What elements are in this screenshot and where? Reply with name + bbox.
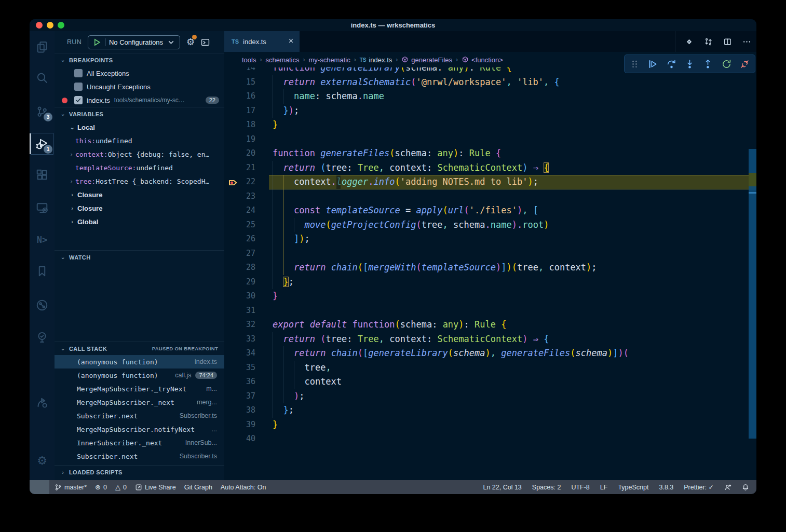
configure-gear-button[interactable]: ⚙ <box>186 36 195 48</box>
activity-extensions[interactable] <box>30 162 55 187</box>
status-errors[interactable]: ⊗0 <box>95 483 107 491</box>
code-line-28[interactable]: 28 return chain([mergeWith(templateSourc… <box>224 261 756 275</box>
breadcrumb-item[interactable]: my-schematic <box>309 56 350 64</box>
code-line-29[interactable]: 29 }; <box>224 275 756 290</box>
stack-frame-row[interactable]: Subscriber.nextSubscriber.ts <box>55 449 224 463</box>
close-tab-icon[interactable] <box>288 37 294 46</box>
breakpoint-row[interactable]: All Exceptions <box>55 66 224 80</box>
code-line-34[interactable]: 34 return chain([generateLibrary(schema)… <box>224 346 756 361</box>
call-stack-header[interactable]: ⌄ CALL STACK PAUSED ON BREAKPOINT <box>55 342 224 355</box>
minimize-window-button[interactable] <box>47 22 53 29</box>
restart-icon[interactable] <box>722 59 731 69</box>
activity-run-and-debug[interactable]: 1 <box>30 131 55 156</box>
status-encoding[interactable]: UTF-8 <box>571 484 589 491</box>
status-eol[interactable]: LF <box>600 484 608 491</box>
activity-live-share[interactable] <box>30 390 55 415</box>
variable-row[interactable]: templateSource: undefined <box>55 161 224 174</box>
status-prettier[interactable]: Prettier: ✓ <box>684 483 714 491</box>
activity-manage[interactable]: ⚙ <box>30 448 55 473</box>
sync-icon[interactable] <box>704 37 713 46</box>
variable-scope[interactable]: ⌄Local <box>55 120 224 134</box>
breakpoint-checkbox[interactable] <box>74 69 83 77</box>
code-line-38[interactable]: 38 }; <box>224 403 756 418</box>
code-line-20[interactable]: 20function generateFiles(schema: any): R… <box>224 146 756 161</box>
stack-frame-row[interactable]: Subscriber.nextSubscriber.ts <box>55 409 224 422</box>
status-git-branch[interactable]: master* <box>55 484 87 491</box>
code-line-31[interactable]: 31 <box>224 304 756 318</box>
overview-ruler[interactable] <box>749 67 756 480</box>
breakpoint-checkbox[interactable] <box>74 96 83 104</box>
status-language-mode[interactable]: TypeScript <box>618 484 648 491</box>
continue-icon[interactable] <box>648 59 658 69</box>
variable-row[interactable]: ›tree: HostTree {_backend: ScopedH… <box>55 174 224 188</box>
code-line-19[interactable]: 19 <box>224 132 756 147</box>
code-line-39[interactable]: 39} <box>224 418 756 432</box>
breadcrumb-item[interactable]: <function> <box>462 56 503 64</box>
code-editor[interactable]: 14function generateLibrary(schema: any):… <box>224 67 756 480</box>
status-warnings[interactable]: △0 <box>115 483 127 491</box>
split-icon[interactable] <box>723 37 732 46</box>
status-feedback[interactable] <box>724 484 731 491</box>
code-line-30[interactable]: 30} <box>224 289 756 304</box>
status-cursor-position[interactable]: Ln 22, Col 13 <box>483 484 521 491</box>
activity-nx-console[interactable]: N> <box>30 227 55 252</box>
code-line-33[interactable]: 33 return (tree: Tree, context: Schemati… <box>224 332 756 347</box>
breakpoint-row[interactable]: Uncaught Exceptions <box>55 80 224 93</box>
debug-console-button[interactable] <box>201 38 210 47</box>
watch-header[interactable]: ⌄ WATCH <box>55 251 224 264</box>
variable-scope[interactable]: ›Closure <box>55 201 224 215</box>
code-line-24[interactable]: 24 const templateSource = apply(url('./f… <box>224 203 756 218</box>
code-line-16[interactable]: 16 name: schema.name <box>224 89 756 104</box>
code-line-21[interactable]: 21 return (tree: Tree, context: Schemati… <box>224 161 756 175</box>
activity-source-control[interactable]: 3 <box>30 99 55 124</box>
code-line-37[interactable]: 37 ); <box>224 389 756 404</box>
activity-explorer[interactable] <box>30 34 55 59</box>
breakpoints-header[interactable]: ⌄ BREAKPOINTS <box>55 53 224 66</box>
code-line-15[interactable]: 15 return externalSchematic('@nrwl/works… <box>224 75 756 90</box>
breakpoint-checkbox[interactable] <box>74 83 83 91</box>
activity-bookmarks[interactable] <box>30 259 55 284</box>
code-line-17[interactable]: 17 }); <box>224 104 756 118</box>
breakpoint-row[interactable]: index.tstools/schematics/my-sch...22 <box>55 93 224 107</box>
variable-scope[interactable]: ›Closure <box>55 188 224 201</box>
status-git-graph[interactable]: Git Graph <box>184 484 212 491</box>
breadcrumb-item[interactable]: generateFiles <box>401 56 452 64</box>
status-remote-indicator[interactable] <box>30 480 49 494</box>
start-debug-icon[interactable] <box>92 38 101 47</box>
tab-index-ts[interactable]: TS index.ts <box>224 31 300 52</box>
variable-scope[interactable]: ›Global <box>55 215 224 228</box>
code-line-25[interactable]: 25 move(getProjectConfig(tree, schema.na… <box>224 218 756 233</box>
stack-frame-row[interactable]: (anonymous function)index.ts <box>55 355 224 369</box>
code-line-23[interactable]: 23 <box>224 189 756 204</box>
code-line-36[interactable]: 36 context <box>224 375 756 389</box>
stack-frame-row[interactable]: (anonymous function)call.js74:24 <box>55 369 224 382</box>
status-ts-version[interactable]: 3.8.3 <box>659 484 673 491</box>
code-line-22[interactable]: 22 context.logger.info('adding NOTES.md … <box>224 175 756 189</box>
breadcrumb-item[interactable]: schematics <box>265 56 299 64</box>
code-line-18[interactable]: 18} <box>224 118 756 132</box>
code-line-32[interactable]: 32export default function(schema: any): … <box>224 318 756 332</box>
step-over-icon[interactable] <box>667 59 676 69</box>
status-notifications[interactable] <box>742 484 749 491</box>
breadcrumb-item[interactable]: tools <box>242 56 256 64</box>
activity-search[interactable] <box>30 65 55 90</box>
stack-frame-row[interactable]: MergeMapSubscriber._nextmerg... <box>55 395 224 409</box>
stack-frame-row[interactable]: MergeMapSubscriber._tryNextm... <box>55 382 224 395</box>
step-into-icon[interactable] <box>685 59 695 69</box>
code-line-40[interactable]: 40 <box>224 432 756 446</box>
status-live-share[interactable]: Live Share <box>135 484 176 491</box>
diff-icon[interactable] <box>685 37 694 46</box>
zoom-window-button[interactable] <box>58 22 64 29</box>
variable-row[interactable]: ›context: Object {debug: false, en… <box>55 147 224 161</box>
code-line-35[interactable]: 35 tree, <box>224 361 756 375</box>
activity-test-explorer[interactable] <box>30 325 55 350</box>
stack-frame-row[interactable]: InnerSubscriber._nextInnerSub... <box>55 436 224 449</box>
launch-configuration-dropdown[interactable]: No Configurations <box>88 35 180 49</box>
activity-git-history[interactable] <box>30 293 55 318</box>
variables-header[interactable]: ⌄ VARIABLES <box>55 107 224 120</box>
breadcrumb-item[interactable]: TSindex.ts <box>360 56 392 64</box>
variable-row[interactable]: this: undefined <box>55 134 224 147</box>
code-line-27[interactable]: 27 <box>224 247 756 261</box>
activity-docker[interactable] <box>30 357 55 382</box>
activity-remote-explorer[interactable] <box>30 195 55 220</box>
